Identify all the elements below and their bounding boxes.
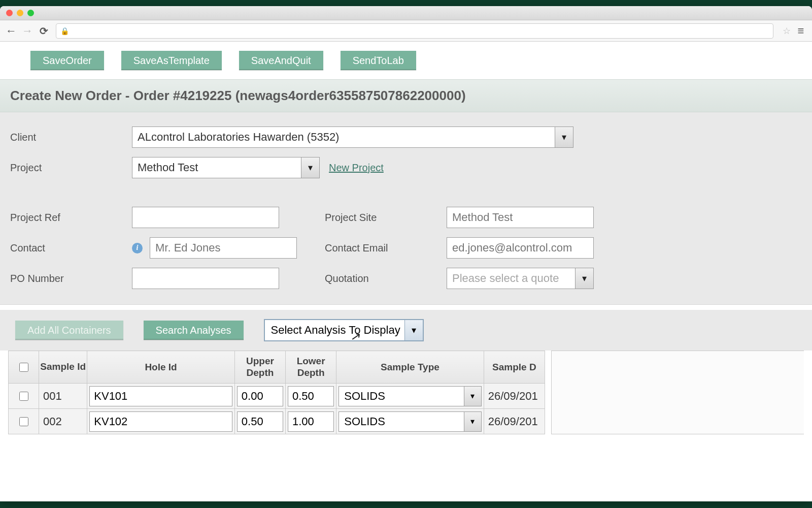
- analysis-display-select[interactable]: Select Analysis To Display ▾: [264, 319, 424, 341]
- lock-icon: 🔒: [60, 27, 69, 35]
- table-row: 002 SOLIDS▾ 26/09/201: [9, 409, 545, 434]
- hole-id-input[interactable]: [89, 411, 232, 432]
- column-lower-depth: Lower Depth: [286, 351, 336, 384]
- back-button[interactable]: ←: [5, 25, 17, 37]
- lower-depth-input[interactable]: [288, 386, 334, 406]
- side-panel: [551, 351, 804, 434]
- contact-email-label: Contact Email: [325, 242, 447, 254]
- row-checkbox[interactable]: [19, 417, 28, 426]
- maximize-window-button[interactable]: [27, 10, 34, 16]
- contact-input[interactable]: [150, 237, 297, 259]
- sample-type-select[interactable]: SOLIDS▾: [339, 386, 482, 406]
- samples-table: Sample Id Hole Id Upper Depth Lower Dept…: [8, 351, 545, 434]
- browser-toolbar: ← → ⟳ 🔒 ☆ ≡: [0, 20, 812, 42]
- sample-id-cell: 001: [39, 384, 87, 408]
- action-toolbar: SaveOrder SaveAsTemplate SaveAndQuit Sen…: [0, 42, 812, 79]
- client-select-value: ALcontrol Laboratories Hawarden (5352): [138, 131, 339, 144]
- page-content: SaveOrder SaveAsTemplate SaveAndQuit Sen…: [0, 42, 812, 501]
- address-bar[interactable]: 🔒: [56, 23, 773, 39]
- window-controls: [6, 10, 34, 16]
- save-as-template-button[interactable]: SaveAsTemplate: [121, 51, 222, 70]
- reload-button[interactable]: ⟳: [38, 25, 50, 37]
- chevron-down-icon: ▾: [575, 268, 593, 289]
- upper-depth-input[interactable]: [237, 386, 283, 406]
- close-window-button[interactable]: [6, 10, 13, 16]
- window-titlebar: [0, 6, 812, 20]
- project-select[interactable]: Method Test ▾: [132, 157, 320, 178]
- chevron-down-icon: ▾: [404, 320, 423, 340]
- hamburger-menu-icon[interactable]: ≡: [795, 24, 807, 38]
- order-form: Client ALcontrol Laboratories Hawarden (…: [0, 112, 812, 305]
- sample-type-select[interactable]: SOLIDS▾: [339, 411, 482, 432]
- project-select-value: Method Test: [138, 161, 198, 174]
- save-order-button[interactable]: SaveOrder: [30, 51, 104, 70]
- project-ref-label: Project Ref: [10, 212, 132, 224]
- bookmark-star-icon[interactable]: ☆: [783, 25, 791, 37]
- minimize-window-button[interactable]: [17, 10, 23, 16]
- project-ref-input[interactable]: [132, 207, 279, 228]
- project-label: Project: [10, 162, 132, 174]
- analysis-display-value: Select Analysis To Display: [271, 324, 400, 337]
- project-site-input[interactable]: [447, 207, 594, 228]
- contact-email-input[interactable]: [447, 237, 594, 259]
- row-checkbox[interactable]: [19, 392, 28, 401]
- info-icon[interactable]: i: [132, 243, 143, 253]
- po-number-input[interactable]: [132, 268, 279, 289]
- chevron-down-icon: ▾: [464, 387, 481, 406]
- column-hole-id: Hole Id: [87, 351, 235, 384]
- search-analyses-button[interactable]: Search Analyses: [144, 321, 244, 340]
- send-to-lab-button[interactable]: SendToLab: [341, 51, 416, 70]
- forward-button[interactable]: →: [21, 25, 33, 37]
- page-header: Create New Order - Order #4219225 (newag…: [0, 79, 812, 112]
- hole-id-input[interactable]: [89, 386, 232, 406]
- quotation-select[interactable]: Please select a quote ▾: [447, 268, 594, 289]
- sample-date-cell: 26/09/201: [484, 409, 545, 434]
- new-project-link[interactable]: New Project: [329, 162, 384, 174]
- table-actions: Add All Containers Search Analyses Selec…: [0, 305, 812, 351]
- column-sample-id: Sample Id: [39, 351, 87, 384]
- quotation-label: Quotation: [325, 273, 447, 284]
- browser-window: ← → ⟳ 🔒 ☆ ≡ SaveOrder SaveAsTemplate Sav…: [0, 6, 812, 501]
- table-row: 001 SOLIDS▾ 26/09/201: [9, 384, 545, 409]
- page-title: Create New Order - Order #4219225 (newag…: [10, 88, 802, 104]
- client-select[interactable]: ALcontrol Laboratories Hawarden (5352) ▾: [132, 126, 573, 148]
- upper-depth-input[interactable]: [237, 411, 283, 432]
- lower-depth-input[interactable]: [288, 411, 334, 432]
- contact-label: Contact: [10, 242, 132, 254]
- sample-date-cell: 26/09/201: [484, 384, 545, 408]
- project-site-label: Project Site: [325, 212, 447, 224]
- sample-id-cell: 002: [39, 409, 87, 434]
- chevron-down-icon: ▾: [301, 157, 319, 178]
- chevron-down-icon: ▾: [464, 412, 481, 431]
- table-header-row: Sample Id Hole Id Upper Depth Lower Dept…: [9, 351, 545, 384]
- app-root: SaveOrder SaveAsTemplate SaveAndQuit Sen…: [0, 42, 812, 434]
- add-all-containers-button: Add All Containers: [15, 321, 123, 340]
- po-number-label: PO Number: [10, 273, 132, 284]
- column-upper-depth: Upper Depth: [234, 351, 285, 384]
- save-and-quit-button[interactable]: SaveAndQuit: [239, 51, 323, 70]
- client-label: Client: [10, 132, 132, 143]
- quotation-select-placeholder: Please select a quote: [452, 272, 559, 285]
- select-all-checkbox[interactable]: [19, 363, 28, 372]
- column-sample-type: Sample Type: [336, 351, 484, 384]
- column-sample-date: Sample D: [484, 351, 545, 384]
- chevron-down-icon: ▾: [555, 127, 573, 147]
